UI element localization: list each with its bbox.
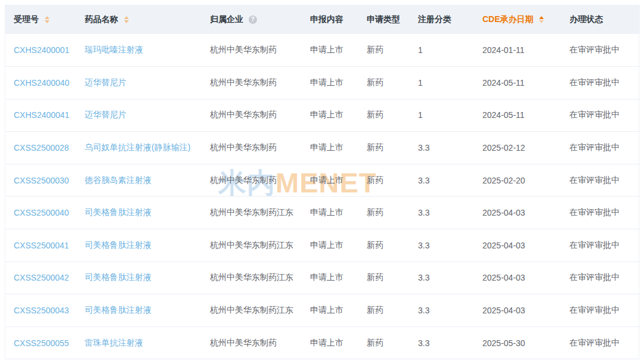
cell-cde-date: 2024-01-11 — [482, 34, 569, 67]
col-label-acceptance-no: 受理号 — [14, 14, 39, 24]
cell-status: 在审评审批中 — [569, 67, 640, 99]
caret-up-icon — [124, 16, 129, 19]
col-label-application-type: 申请类型 — [367, 14, 400, 24]
acceptance-no-link[interactable]: CXSS2500030 — [14, 176, 69, 185]
col-label-registration-class: 注册分类 — [418, 14, 451, 24]
cell-drug-name: 司美格鲁肽注射液 — [85, 197, 210, 229]
cell-company: 杭州中美华东制药 — [210, 67, 310, 99]
cell-cde-date: 2025-04-03 — [482, 294, 569, 327]
cell-declared-content: 申请上市 — [310, 164, 367, 197]
cell-declared-content: 申请上市 — [310, 132, 367, 164]
drug-name-link[interactable]: 迈华替尼片 — [85, 77, 126, 87]
cell-acceptance-no: CXSS2500042 — [5, 262, 85, 294]
col-label-status: 办理状态 — [569, 14, 603, 24]
drug-name-link[interactable]: 司美格鲁肽注射液 — [85, 207, 151, 217]
cell-company: 杭州中美华东制药 — [210, 164, 310, 197]
acceptance-no-link[interactable]: CXSS2500055 — [14, 338, 69, 348]
cell-acceptance-no: CXHS2400041 — [5, 99, 85, 132]
drug-name-link[interactable]: 司美格鲁肽注射液 — [85, 272, 151, 282]
cell-status: 在审评审批中 — [569, 132, 640, 164]
cell-company: 杭州中美华东制药 — [210, 34, 310, 67]
cell-application-type: 新药 — [367, 132, 418, 164]
acceptance-no-link[interactable]: CXSS2500041 — [14, 241, 69, 250]
drug-name-link[interactable]: 瑞玛吡嗪注射液 — [85, 45, 143, 54]
cell-registration-class: 3.3 — [418, 262, 482, 294]
drug-name-link[interactable]: 德谷胰岛素注射液 — [85, 175, 151, 185]
cell-cde-date: 2025-05-30 — [482, 326, 569, 359]
drug-name-link[interactable]: 雷珠单抗注射液 — [85, 338, 143, 347]
cell-status: 在审评审批中 — [569, 262, 640, 294]
cell-acceptance-no: CXSS2500041 — [5, 229, 85, 262]
col-label-cde-date: CDE承办日期 — [482, 14, 534, 24]
acceptance-no-link[interactable]: CXHS2400040 — [14, 78, 69, 88]
cell-company: 杭州中美华东制药 — [210, 326, 310, 359]
cell-registration-class: 3.3 — [418, 197, 482, 229]
cell-cde-date: 2025-02-12 — [482, 132, 569, 164]
acceptance-no-link[interactable]: CXSS2500042 — [14, 273, 69, 282]
cell-drug-name: 司美格鲁肽注射液 — [85, 294, 210, 327]
cell-acceptance-no: CXSS2500055 — [5, 326, 85, 359]
drug-name-link[interactable]: 乌司奴单抗注射液(静脉输注) — [85, 142, 190, 152]
cell-application-type: 新药 — [367, 294, 418, 327]
cell-declared-content: 申请上市 — [310, 67, 367, 99]
drug-name-link[interactable]: 司美格鲁肽注射液 — [85, 240, 151, 250]
cell-application-type: 新药 — [367, 197, 418, 229]
cell-application-type: 新药 — [367, 99, 418, 132]
table-row: CXSS2500042 司美格鲁肽注射液 杭州中美华东制药江东 申请上市 新药 … — [5, 262, 640, 294]
cell-registration-class: 1 — [418, 99, 482, 132]
cell-application-type: 新药 — [367, 326, 418, 359]
help-icon[interactable]: ? — [249, 15, 257, 24]
acceptance-no-link[interactable]: CXSS2500028 — [14, 143, 69, 153]
table-row: CXHS2400041 迈华替尼片 杭州中美华东制药 申请上市 新药 1 202… — [5, 99, 640, 132]
cell-acceptance-no: CXSS2500028 — [5, 132, 85, 164]
col-header-application-type: 申请类型 — [367, 5, 418, 34]
cell-application-type: 新药 — [367, 164, 418, 197]
drug-name-link[interactable]: 司美格鲁肽注射液 — [85, 305, 151, 315]
acceptance-no-link[interactable]: CXSS2500043 — [14, 306, 69, 315]
col-header-acceptance-no[interactable]: 受理号 — [5, 5, 85, 34]
cell-cde-date: 2025-04-03 — [482, 262, 569, 294]
col-header-drug-name[interactable]: 药品名称 — [85, 5, 210, 34]
acceptance-no-link[interactable]: CXSS2500040 — [14, 208, 69, 217]
acceptance-no-link[interactable]: CXHS2400041 — [14, 110, 69, 120]
cell-drug-name: 司美格鲁肽注射液 — [85, 262, 210, 294]
sort-icon[interactable] — [45, 16, 49, 23]
cell-application-type: 新药 — [367, 262, 418, 294]
col-header-company: 归属企业 ? — [210, 5, 310, 34]
cell-status: 在审评审批中 — [569, 197, 640, 229]
sort-icon[interactable] — [124, 16, 129, 23]
cell-cde-date: 2024-05-11 — [482, 67, 569, 99]
cell-registration-class: 1 — [418, 34, 482, 67]
sort-icon-active[interactable] — [539, 16, 544, 23]
cell-declared-content: 申请上市 — [310, 326, 367, 359]
drug-name-link[interactable]: 迈华替尼片 — [85, 110, 126, 119]
header-row: 受理号 药品名称 归属企业 ? 申报内容 申请类型 — [5, 5, 640, 34]
cell-registration-class: 3.3 — [418, 132, 482, 164]
cell-acceptance-no: CXHS2400001 — [5, 34, 85, 67]
cell-declared-content: 申请上市 — [310, 262, 367, 294]
cell-registration-class: 3.3 — [418, 326, 482, 359]
cell-drug-name: 司美格鲁肽注射液 — [85, 229, 210, 262]
cell-status: 在审评审批中 — [569, 34, 640, 67]
col-header-declared-content: 申报内容 — [310, 5, 367, 34]
col-label-drug-name: 药品名称 — [85, 14, 118, 24]
cell-status: 在审评审批中 — [569, 99, 640, 132]
col-header-cde-date[interactable]: CDE承办日期 — [482, 5, 569, 34]
cell-application-type: 新药 — [367, 67, 418, 99]
cell-registration-class: 3.3 — [418, 164, 482, 197]
table-row: CXSS2500040 司美格鲁肽注射液 杭州中美华东制药江东 申请上市 新药 … — [5, 197, 640, 229]
cell-status: 在审评审批中 — [569, 164, 640, 197]
caret-up-icon — [539, 16, 544, 19]
cell-cde-date: 2024-05-11 — [482, 99, 569, 132]
cell-company: 杭州中美华东制药江东 — [210, 197, 310, 229]
cell-status: 在审评审批中 — [569, 294, 640, 327]
acceptance-no-link[interactable]: CXHS2400001 — [14, 45, 69, 55]
cell-acceptance-no: CXSS2500043 — [5, 294, 85, 327]
registration-table: 受理号 药品名称 归属企业 ? 申报内容 申请类型 — [5, 5, 639, 359]
cell-cde-date: 2025-04-03 — [482, 229, 569, 262]
table-row: CXSS2500030 德谷胰岛素注射液 杭州中美华东制药 申请上市 新药 3.… — [5, 164, 640, 197]
cell-drug-name: 迈华替尼片 — [85, 99, 210, 132]
caret-down-icon — [45, 20, 49, 23]
drug-registration-page: 米内MENET 受理号 药品名称 — [0, 0, 644, 364]
cell-cde-date: 2025-04-03 — [482, 197, 569, 229]
